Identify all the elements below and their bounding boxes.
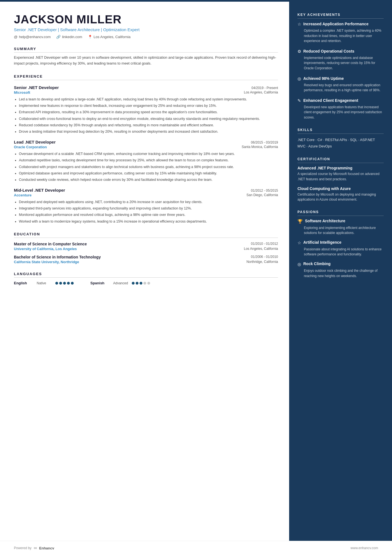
languages-section: LANGUAGES English Native [14, 272, 278, 285]
achievement-header-3: ◎ Achieved 98% Uptime [297, 76, 384, 81]
bullet: Enhanced API integrations, resulting in … [19, 110, 278, 115]
cert-title-1: Advanced .NET Programming [297, 166, 384, 170]
summary-text: Experienced .NET Developer with over 10 … [14, 55, 278, 66]
achievement-item-1: ☆ Increased Application Performance Opti… [297, 21, 384, 44]
languages-title: LANGUAGES [14, 272, 278, 278]
achievement-item-2: ⚙ Reduced Operational Costs Implemented … [297, 49, 384, 71]
exp-header-3: Mid-Level .NET Developer 01/2012 - 05/20… [14, 188, 278, 193]
education-section: EDUCATION Master of Science in Computer … [14, 232, 278, 264]
email-contact: @ help@enhancv.com [14, 35, 51, 39]
passion-header-1: 🏆 Software Architecture [297, 219, 384, 224]
location-icon: 📍 [88, 35, 92, 39]
exp-sub-2: Oracle Corporation Santa Monica, Califor… [14, 145, 278, 149]
resume-wrapper: JACKSON MILLER Senior .NET Developer | S… [0, 0, 392, 555]
location-contact: 📍 Los Angeles, California [88, 35, 131, 39]
cert-title-2: Cloud Computing with Azure [297, 186, 384, 191]
edu-date-2: 01/2006 - 01/2010 [251, 255, 278, 259]
header-section: JACKSON MILLER Senior .NET Developer | S… [14, 13, 278, 39]
lang-level-spanish: Advanced [113, 281, 128, 285]
exp-sub-1: Microsoft Los Angeles, California [14, 90, 278, 95]
gear-icon: ⚙ [297, 49, 301, 54]
pencil-icon: ✎ [297, 98, 301, 103]
circle-icon: ◎ [297, 262, 301, 267]
lang-dots-spanish [132, 282, 150, 285]
passion-title-1: Software Architecture [305, 219, 345, 223]
language-item-english: English Native [14, 281, 74, 285]
passion-item-3: ◎ Rock Climbing Enjoys outdoor rock clim… [297, 262, 384, 278]
achievement-header-1: ☆ Increased Application Performance [297, 21, 384, 27]
bullet: Conducted weekly code reviews, which hel… [19, 177, 278, 182]
footer-website: www.enhancv.com [351, 546, 378, 550]
bullet: Automated repetitive tasks, reducing dev… [19, 158, 278, 163]
achievement-item-3: ◎ Achieved 98% Uptime Resolved key bugs … [297, 76, 384, 93]
language-item-spanish: Spanish Advanced [90, 281, 150, 285]
exp-bullets-1: Led a team to develop and optimize a lar… [14, 97, 278, 135]
bullet: Reduced codebase redundancy by 35% throu… [19, 123, 278, 128]
achievement-item-4: ✎ Enhanced Client Engagement Developed n… [297, 98, 384, 120]
email-icon: @ [14, 35, 18, 39]
candidate-title: Senior .NET Developer | Software Archite… [14, 27, 278, 32]
passion-desc-2: Passionate about integrating AI solution… [297, 247, 384, 257]
passions-section: PASSIONS 🏆 Software Architecture Explori… [297, 210, 384, 279]
brand-name: Enhancv [39, 546, 54, 550]
infinity-icon: ∞ [34, 546, 37, 551]
exp-sub-3: Accenture San Diego, California [14, 193, 278, 197]
edu-location-1: Los Angeles, California [244, 247, 278, 251]
achievement-header-2: ⚙ Reduced Operational Costs [297, 49, 384, 54]
passion-desc-1: Exploring and implementing efficient arc… [297, 225, 384, 236]
linkedin-contact[interactable]: 🔗 linkedin.com [56, 35, 82, 39]
cert-item-1: Advanced .NET Programming A specialized … [297, 166, 384, 182]
dot [140, 282, 142, 285]
cert-desc-1: A specialized course by Microsoft focuse… [297, 171, 384, 182]
experience-section: EXPERIENCE Senior .NET Developer 04/2019… [14, 74, 278, 225]
bullet: Implemented new features in response to … [19, 103, 278, 108]
edu-sub-2: California State University, Northridge … [14, 260, 278, 264]
experience-item-1: Senior .NET Developer 04/2019 - Present … [14, 85, 278, 135]
passion-header-3: ◎ Rock Climbing [297, 262, 384, 267]
achievements-title: KEY ACHIEVEMENTS [297, 13, 384, 19]
footer-left: Powered by ∞ Enhancv [14, 546, 54, 551]
passion-item-2: ☆ Artificial Intelligence Passionate abo… [297, 240, 384, 257]
edu-header-2: Bachelor of Science in Information Techn… [14, 255, 278, 259]
dot [132, 282, 135, 285]
trophy-icon: 🏆 [297, 219, 303, 224]
achievement-title-4: Enhanced Client Engagement [303, 98, 358, 103]
bullet: Optimized database queries and improved … [19, 171, 278, 176]
achievement-desc-4: Developed new application features that … [297, 105, 384, 120]
edu-school-2: California State University, Northridge [14, 260, 79, 264]
linkedin-icon: 🔗 [56, 35, 61, 39]
resume-container: JACKSON MILLER Senior .NET Developer | S… [0, 2, 392, 541]
cert-item-2: Cloud Computing with Azure Certification… [297, 186, 384, 202]
education-title: EDUCATION [14, 232, 278, 238]
bullet: Led a team to develop and optimize a lar… [19, 97, 278, 102]
edu-header-1: Master of Science in Computer Science 01… [14, 242, 278, 246]
dot [55, 282, 58, 285]
lang-name-english: English [14, 281, 33, 285]
bullet: Developed and deployed web applications … [19, 199, 278, 205]
dot [147, 282, 150, 285]
achievement-title-2: Reduced Operational Costs [303, 49, 354, 54]
exp-company-3: Accenture [14, 193, 32, 197]
passion-title-3: Rock Climbing [303, 262, 331, 266]
bullet: Collaborated with cross-functional teams… [19, 116, 278, 122]
candidate-name: JACKSON MILLER [14, 13, 278, 26]
exp-title-3: Mid-Level .NET Developer [14, 188, 65, 193]
dot [136, 282, 138, 285]
edu-school-1: University of California, Los Angeles [14, 247, 77, 251]
exp-location-1: Los Angeles, California [244, 90, 278, 95]
edu-location-2: Northridge, California [247, 260, 278, 264]
edu-degree-1: Master of Science in Computer Science [14, 242, 87, 246]
edu-degree-2: Bachelor of Science in Information Techn… [14, 255, 101, 259]
exp-location-2: Santa Monica, California [242, 145, 278, 149]
bullet: Oversaw development of a scalable .NET-b… [19, 151, 278, 157]
dot [59, 282, 62, 285]
star-icon: ☆ [297, 22, 301, 27]
dot [63, 282, 66, 285]
experience-title: EXPERIENCE [14, 74, 278, 80]
exp-bullets-2: Oversaw development of a scalable .NET-b… [14, 151, 278, 183]
passions-title: PASSIONS [297, 210, 384, 216]
contact-info: @ help@enhancv.com 🔗 linkedin.com 📍 Los … [14, 35, 278, 39]
exp-bullets-3: Developed and deployed web applications … [14, 199, 278, 225]
circle-icon: ◎ [297, 76, 301, 81]
education-item-2: Bachelor of Science in Information Techn… [14, 255, 278, 264]
